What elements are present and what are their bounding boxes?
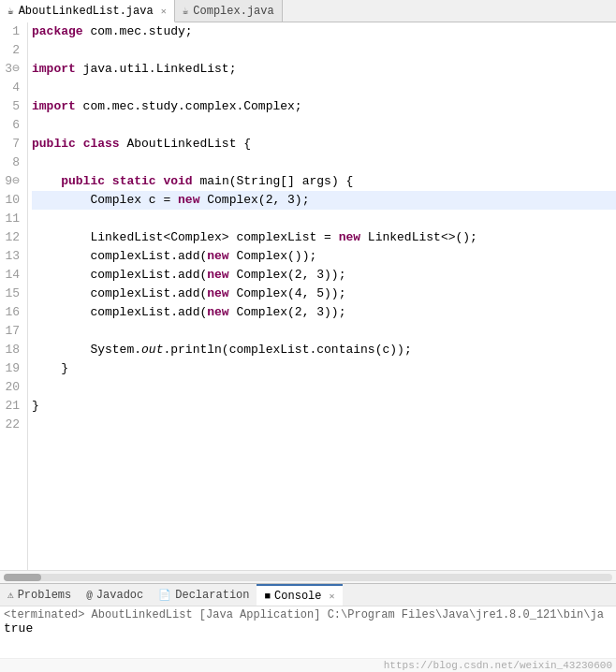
ln-6: 6 [4,116,20,135]
code-line-14: complexList.add(new Complex(2, 3)); [32,266,616,285]
ln-21: 21 [4,397,20,416]
ln-2: 2 [4,41,20,60]
ln-15: 15 [4,285,20,303]
java-file-icon-2: ☕ [183,5,189,17]
code-line-4 [32,79,616,97]
tab-close-icon[interactable]: ✕ [161,6,167,17]
console-output: true [4,621,612,635]
javadoc-icon: @ [86,590,93,601]
tab-console[interactable]: ■ Console ✕ [257,584,342,606]
code-line-5: import com.mec.study.complex.Complex; [32,97,616,116]
watermark: https://blog.csdn.net/weixin_43230600 [0,658,616,672]
code-line-13: complexList.add(new Complex()); [32,247,616,266]
console-close-icon[interactable]: ✕ [330,591,335,602]
code-line-6 [32,116,616,135]
horizontal-scrollbar[interactable] [0,570,616,583]
scrollbar-track[interactable] [4,574,612,581]
tab-declaration[interactable]: 📄 Declaration [151,584,257,606]
tab-about-label: AboutLinkedList.java [19,5,154,18]
ln-9: 9⊖ [4,172,20,191]
tab-problems[interactable]: ⚠ Problems [0,584,79,606]
tab-declaration-label: Declaration [175,589,249,602]
code-line-12: LinkedList<Complex> complexList = new Li… [32,228,616,247]
scrollbar-thumb[interactable] [4,574,41,581]
code-line-9: public static void main(String[] args) { [32,172,616,191]
tab-problems-label: Problems [18,589,72,602]
tab-complex[interactable]: ☕ Complex.java [175,0,283,22]
ln-11: 11 [4,210,20,228]
bottom-tab-bar: ⚠ Problems @ Javadoc 📄 Declaration ■ Con… [0,583,616,606]
tab-complex-label: Complex.java [193,5,273,18]
code-line-17 [32,322,616,341]
ln-14: 14 [4,266,20,285]
ln-4: 4 [4,79,20,97]
code-line-10: Complex c = new Complex(2, 3); [32,191,616,210]
java-file-icon: ☕ [7,5,14,17]
ln-7: 7 [4,135,20,153]
ln-17: 17 [4,322,20,341]
code-line-22 [32,416,616,434]
console-area: <terminated> AboutLinkedList [Java Appli… [0,606,616,658]
ln-5: 5 [4,97,20,116]
code-line-20 [32,378,616,397]
console-icon: ■ [264,591,271,602]
code-line-16: complexList.add(new Complex(2, 3)); [32,303,616,322]
code-line-3: import java.util.LinkedList; [32,60,616,79]
code-line-19: } [32,359,616,378]
code-line-21: } [32,397,616,416]
editor-area: 1 2 3⊖ 4 5 6 7 8 9⊖ 10 11 12 13 14 15 16… [0,22,616,570]
tab-about-linkedlist[interactable]: ☕ AboutLinkedList.java ✕ [0,0,175,22]
ln-22: 22 [4,416,20,434]
line-numbers: 1 2 3⊖ 4 5 6 7 8 9⊖ 10 11 12 13 14 15 16… [0,22,28,570]
tab-console-label: Console [274,590,321,603]
ln-3: 3⊖ [4,60,20,79]
tab-javadoc[interactable]: @ Javadoc [79,584,151,606]
tab-javadoc-label: Javadoc [96,589,143,602]
console-terminated-line: <terminated> AboutLinkedList [Java Appli… [4,608,612,621]
ln-18: 18 [4,341,20,359]
code-line-15: complexList.add(new Complex(4, 5)); [32,285,616,303]
ln-8: 8 [4,153,20,172]
ln-1: 1 [4,22,20,41]
code-line-8 [32,153,616,172]
ln-20: 20 [4,378,20,397]
ln-10: 10 [4,191,20,210]
code-content[interactable]: package com.mec.study; import java.util.… [28,22,616,570]
problems-icon: ⚠ [7,589,14,601]
code-line-11 [32,210,616,228]
code-line-1: package com.mec.study; [32,22,616,41]
code-line-18: System.out.println(complexList.contains(… [32,341,616,359]
code-line-2 [32,41,616,60]
ln-12: 12 [4,228,20,247]
ln-16: 16 [4,303,20,322]
tab-bar: ☕ AboutLinkedList.java ✕ ☕ Complex.java [0,0,616,22]
ln-13: 13 [4,247,20,266]
code-line-7: public class AboutLinkedList { [32,135,616,153]
declaration-icon: 📄 [158,589,171,601]
ln-19: 19 [4,359,20,378]
